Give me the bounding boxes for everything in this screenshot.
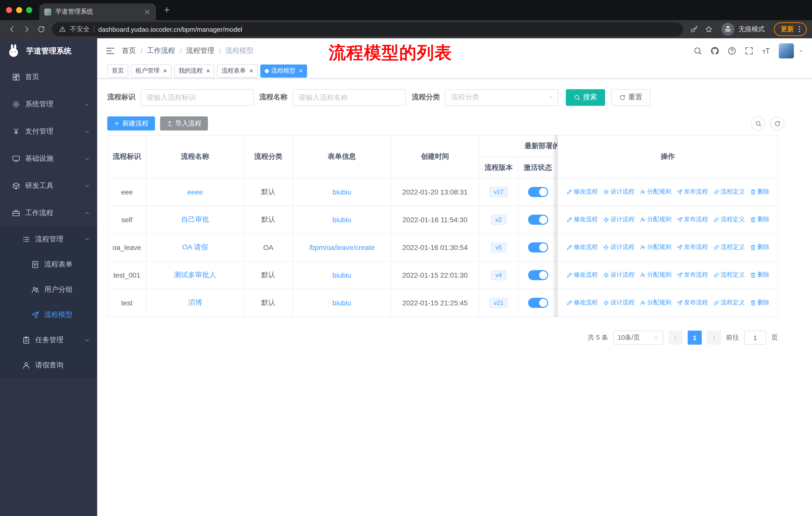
window-close-button[interactable] <box>6 7 12 13</box>
tag-close-icon[interactable]: × <box>206 67 210 74</box>
sidebar-item-dev-tools[interactable]: 研发工具 <box>0 172 97 199</box>
breadcrumb-item[interactable]: 首页 <box>122 46 136 55</box>
active-toggle[interactable] <box>528 298 548 308</box>
active-toggle[interactable] <box>528 215 548 225</box>
active-toggle[interactable] <box>528 242 548 252</box>
page-size-select[interactable]: 10条/页 <box>613 331 664 345</box>
tag-process-model[interactable]: 流程模型× <box>260 64 307 77</box>
form-info-link[interactable]: biubiu <box>332 216 351 224</box>
sidebar-item-workflow[interactable]: 工作流程 <box>0 199 97 227</box>
action-publish-link[interactable]: 发布流程 <box>676 188 708 196</box>
action-assign-link[interactable]: 分配规则 <box>640 271 671 279</box>
forward-button[interactable] <box>20 22 33 36</box>
window-minimize-button[interactable] <box>16 7 22 13</box>
sidebar-item-process-model[interactable]: 流程模型 <box>0 302 97 328</box>
sidebar-item-leave-query[interactable]: 请假查询 <box>0 353 97 378</box>
font-size-icon[interactable] <box>762 46 771 55</box>
sidebar-item-payment-management[interactable]: 支付管理 <box>0 118 97 145</box>
action-delete-link[interactable]: 删除 <box>750 271 770 279</box>
search-button[interactable]: 搜索 <box>566 89 605 106</box>
tag-close-icon[interactable]: × <box>299 67 303 74</box>
form-info-link[interactable]: /bpm/oa/leave/create <box>309 243 375 251</box>
action-design-link[interactable]: 设计流程 <box>603 271 635 279</box>
help-icon[interactable] <box>727 46 736 55</box>
action-definition-link[interactable]: 流程定义 <box>713 188 745 196</box>
user-avatar[interactable] <box>779 43 794 58</box>
address-bar[interactable]: 不安全 dashboard.yudao.iocoder.cn/bpm/manag… <box>52 22 683 36</box>
sidebar-item-task-management[interactable]: 任务管理 <box>0 328 97 353</box>
sidebar-item-user-group[interactable]: 用户分组 <box>0 277 97 302</box>
reset-button[interactable]: 重置 <box>611 89 650 106</box>
action-modify-link[interactable]: 修改流程 <box>566 215 598 224</box>
bookmark-button[interactable] <box>702 22 715 36</box>
create-process-button[interactable]: 新建流程 <box>107 116 155 131</box>
active-toggle[interactable] <box>528 270 548 280</box>
action-modify-link[interactable]: 修改流程 <box>566 188 598 196</box>
action-delete-link[interactable]: 删除 <box>750 243 770 252</box>
import-process-button[interactable]: 导入流程 <box>160 116 208 131</box>
process-name-link[interactable]: eeee <box>187 188 203 196</box>
tag-process-form[interactable]: 流程表单× <box>217 64 258 77</box>
action-modify-link[interactable]: 修改流程 <box>566 243 598 252</box>
process-key-input[interactable] <box>141 89 254 106</box>
next-page-button[interactable] <box>707 331 721 345</box>
tag-my-process[interactable]: 我的流程× <box>174 64 214 77</box>
browser-menu-icon[interactable] <box>795 25 804 33</box>
action-assign-link[interactable]: 分配规则 <box>640 243 671 252</box>
passwords-button[interactable] <box>687 22 701 36</box>
page-1-button[interactable]: 1 <box>688 331 702 345</box>
sidebar-collapse-button[interactable] <box>105 46 115 56</box>
action-design-link[interactable]: 设计流程 <box>603 243 635 252</box>
process-name-link[interactable]: 滔博 <box>188 298 202 306</box>
active-toggle[interactable] <box>528 187 548 197</box>
tab-close-icon[interactable] <box>143 8 151 16</box>
action-publish-link[interactable]: 发布流程 <box>676 243 708 252</box>
action-modify-link[interactable]: 修改流程 <box>566 299 598 307</box>
action-definition-link[interactable]: 流程定义 <box>713 243 745 252</box>
tag-close-icon[interactable]: × <box>249 67 253 74</box>
action-publish-link[interactable]: 发布流程 <box>676 271 708 279</box>
search-icon[interactable] <box>693 46 702 55</box>
tag-close-icon[interactable]: × <box>163 67 167 74</box>
process-name-link[interactable]: OA 请假 <box>182 243 208 251</box>
tag-home[interactable]: 首页 <box>107 64 128 77</box>
form-info-link[interactable]: biubiu <box>332 188 351 196</box>
sidebar-item-process-management[interactable]: 流程管理 <box>0 227 97 252</box>
form-info-link[interactable]: biubiu <box>332 271 351 279</box>
action-definition-link[interactable]: 流程定义 <box>713 215 745 224</box>
fullscreen-icon[interactable] <box>745 46 754 55</box>
browser-update-button[interactable]: 更新 <box>774 22 807 36</box>
action-modify-link[interactable]: 修改流程 <box>566 271 598 279</box>
action-design-link[interactable]: 设计流程 <box>603 188 635 196</box>
breadcrumb-item[interactable]: 流程管理 <box>186 46 214 55</box>
prev-page-button[interactable] <box>669 331 683 345</box>
action-delete-link[interactable]: 删除 <box>750 188 770 196</box>
goto-page-input[interactable] <box>744 331 766 345</box>
process-name-input[interactable] <box>292 89 406 106</box>
action-assign-link[interactable]: 分配规则 <box>640 299 671 307</box>
process-name-link[interactable]: 测试多审批人 <box>174 271 216 279</box>
sidebar-item-home[interactable]: 首页 <box>0 63 97 91</box>
window-zoom-button[interactable] <box>26 7 32 13</box>
sidebar-logo[interactable]: 芋道管理系统 <box>0 38 97 63</box>
sidebar-item-infrastructure[interactable]: 基础设施 <box>0 145 97 172</box>
action-delete-link[interactable]: 删除 <box>750 299 770 307</box>
action-design-link[interactable]: 设计流程 <box>603 299 635 307</box>
tag-tenant-management[interactable]: 租户管理× <box>131 64 171 77</box>
browser-tab[interactable]: 芋道管理系统 <box>39 3 156 20</box>
back-button[interactable] <box>5 22 19 36</box>
avatar-caret-down-icon[interactable] <box>798 48 804 54</box>
action-publish-link[interactable]: 发布流程 <box>676 299 708 307</box>
action-definition-link[interactable]: 流程定义 <box>713 271 745 279</box>
action-delete-link[interactable]: 删除 <box>750 215 770 224</box>
process-name-link[interactable]: 自己审批 <box>181 215 209 223</box>
action-definition-link[interactable]: 流程定义 <box>713 299 745 307</box>
form-info-link[interactable]: biubiu <box>332 299 351 307</box>
action-publish-link[interactable]: 发布流程 <box>676 215 708 224</box>
sidebar-item-system-management[interactable]: 系统管理 <box>0 91 97 118</box>
breadcrumb-item[interactable]: 工作流程 <box>147 46 175 55</box>
github-icon[interactable] <box>710 46 719 55</box>
toggle-search-button[interactable] <box>751 116 765 131</box>
action-design-link[interactable]: 设计流程 <box>603 215 635 224</box>
new-tab-button[interactable] <box>163 6 171 13</box>
